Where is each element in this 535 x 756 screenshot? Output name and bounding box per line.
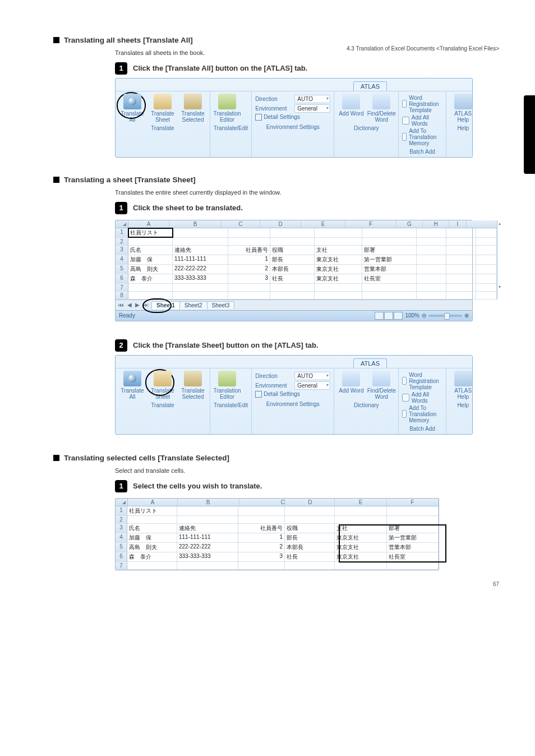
zoom-in-button[interactable]: ⊕ — [464, 312, 469, 319]
row-header[interactable]: 6 — [116, 552, 127, 561]
cell[interactable] — [285, 506, 335, 515]
cell[interactable] — [270, 228, 315, 237]
row-header[interactable]: 4 — [116, 533, 127, 542]
ribbon-tab-atlas[interactable]: ATLAS — [353, 81, 387, 91]
find-delete-word-button[interactable]: Find/Delete Word — [368, 371, 395, 400]
row-header[interactable]: 1 — [116, 228, 128, 237]
cell[interactable]: 東京支社 — [335, 552, 387, 561]
view-buttons[interactable] — [375, 312, 403, 320]
cell[interactable] — [238, 562, 285, 569]
cell[interactable] — [446, 238, 476, 245]
cell[interactable] — [417, 255, 446, 264]
col-header[interactable]: B — [178, 499, 239, 506]
environment-select[interactable]: General — [294, 381, 330, 390]
cell[interactable] — [177, 562, 238, 569]
col-header[interactable]: D — [260, 220, 301, 228]
cell[interactable]: 社員番号 — [228, 246, 270, 255]
cell[interactable]: 333-333-333 — [177, 552, 238, 561]
cell[interactable] — [177, 506, 238, 515]
cell[interactable]: 本部長 — [285, 543, 335, 552]
cell[interactable] — [446, 255, 476, 264]
detail-settings-link[interactable]: Detail Settings — [255, 391, 330, 398]
cell[interactable] — [476, 292, 497, 299]
cell[interactable]: 東京支社 — [315, 255, 362, 264]
zoom-slider[interactable] — [428, 315, 462, 317]
cell[interactable]: 社長 — [270, 274, 315, 283]
cell[interactable] — [177, 516, 238, 523]
row-header[interactable]: 2 — [116, 516, 127, 523]
cell[interactable] — [417, 238, 446, 245]
row-header[interactable]: 3 — [116, 524, 127, 533]
cell[interactable] — [128, 284, 173, 291]
cell[interactable]: 支社 — [315, 246, 362, 255]
translate-all-button[interactable]: Translate All — [119, 371, 146, 400]
cell[interactable]: 東京支社 — [335, 543, 387, 552]
cell[interactable] — [173, 292, 228, 299]
cell[interactable] — [476, 246, 497, 255]
cell[interactable] — [446, 292, 476, 299]
cell[interactable] — [315, 238, 362, 245]
cell[interactable]: 333-333-333 — [173, 274, 228, 283]
cell[interactable]: 森 泰介 — [128, 274, 173, 283]
cell[interactable] — [417, 292, 446, 299]
cell[interactable] — [315, 292, 362, 299]
cell[interactable] — [238, 516, 285, 523]
cell[interactable] — [446, 274, 476, 283]
direction-select[interactable]: AUTO — [294, 372, 330, 380]
cell[interactable] — [285, 516, 335, 523]
row-header[interactable]: 1 — [116, 506, 127, 515]
col-header[interactable]: E — [301, 220, 345, 228]
add-word-button[interactable]: Add Word — [338, 371, 365, 394]
cell[interactable] — [446, 246, 476, 255]
find-delete-word-button[interactable]: Find/Delete Word — [368, 94, 395, 123]
row-header[interactable]: 4 — [116, 255, 128, 264]
cell[interactable]: 本部長 — [270, 265, 315, 274]
cell[interactable] — [128, 292, 173, 299]
col-header[interactable]: F — [387, 499, 439, 506]
cell[interactable]: 氏名 — [127, 524, 177, 533]
add-all-words-button[interactable]: Add All Words — [402, 114, 442, 127]
row-header[interactable]: 7 — [116, 284, 128, 291]
cell[interactable] — [238, 506, 285, 515]
cell[interactable] — [335, 516, 387, 523]
cell[interactable] — [387, 516, 439, 523]
zoom-out-button[interactable]: ⊖ — [422, 312, 426, 319]
cell[interactable] — [128, 238, 173, 245]
cell[interactable]: 加藤 保 — [128, 255, 173, 264]
sheet-tab-2[interactable]: Sheet2 — [179, 301, 207, 309]
cell[interactable]: 第一営業部 — [387, 533, 439, 542]
cell[interactable]: 高島 則夫 — [128, 265, 173, 274]
sheet-nav-arrows[interactable]: ⏮◀▶⏭ — [116, 302, 151, 308]
word-reg-template-button[interactable]: Word Registration Template — [402, 95, 442, 113]
cell[interactable]: 高島 則夫 — [127, 543, 177, 552]
cell[interactable] — [270, 292, 315, 299]
cell[interactable]: 役職 — [270, 246, 315, 255]
col-header[interactable]: D — [285, 499, 335, 506]
cell[interactable] — [476, 265, 497, 274]
row-header[interactable]: 5 — [116, 265, 128, 274]
cell[interactable] — [315, 228, 362, 237]
row-header[interactable]: 2 — [116, 238, 128, 245]
cell[interactable] — [446, 265, 476, 274]
cell[interactable]: 2 — [228, 265, 270, 274]
environment-select[interactable]: General — [294, 104, 330, 113]
cell[interactable] — [335, 506, 387, 515]
cell[interactable] — [270, 238, 315, 245]
cell[interactable] — [476, 284, 497, 291]
cell[interactable] — [173, 284, 228, 291]
col-header[interactable]: B — [169, 220, 222, 228]
row-header[interactable]: 3 — [116, 246, 128, 255]
cell[interactable]: 部長 — [270, 255, 315, 264]
cell[interactable] — [417, 274, 446, 283]
cell[interactable]: 3 — [228, 274, 270, 283]
cell[interactable]: 東京支社 — [335, 533, 387, 542]
select-all-corner[interactable] — [116, 220, 128, 228]
cell[interactable]: 部署 — [362, 246, 417, 255]
vertical-scrollbar[interactable]: ▴▾ — [497, 220, 497, 299]
cell[interactable] — [476, 238, 497, 245]
sheet-tab-1[interactable]: Sheet1 — [151, 301, 180, 309]
cell[interactable]: 社長 — [285, 552, 335, 561]
cell[interactable]: 東京支社 — [315, 274, 362, 283]
cell[interactable] — [127, 516, 177, 523]
cell[interactable] — [417, 284, 446, 291]
